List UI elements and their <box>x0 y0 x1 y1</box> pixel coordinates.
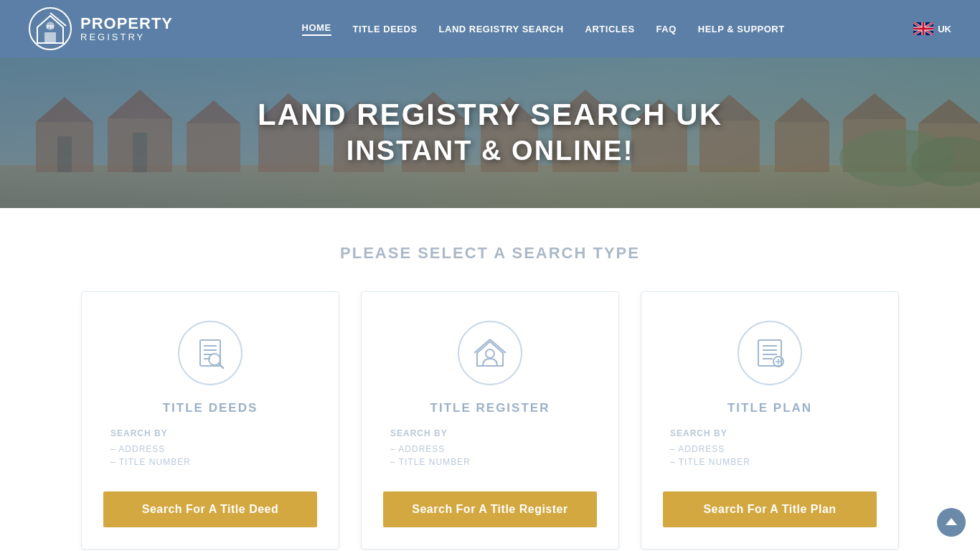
nav-help[interactable]: HELP & SUPPORT <box>698 24 785 34</box>
main-nav: HOME TITLE DEEDS LAND REGISTRY SEARCH AR… <box>302 22 785 36</box>
svg-marker-54 <box>477 342 503 366</box>
search-by-label-1: SEARCH BY <box>110 428 317 438</box>
search-by-label-2: SEARCH BY <box>390 428 597 438</box>
title-plan-icon-circle <box>738 321 802 385</box>
svg-point-57 <box>486 349 494 358</box>
logo[interactable]: PR PROPERTY REGISTRY <box>29 7 173 50</box>
card-title-plan-details: SEARCH BY – ADDRESS – TITLE NUMBER <box>663 428 877 470</box>
logo-main: PROPERTY <box>80 15 173 32</box>
search-item-title-2: – TITLE NUMBER <box>390 457 597 467</box>
document-icon <box>193 336 227 370</box>
search-item-address-2: – ADDRESS <box>390 444 597 454</box>
search-item-title-1: – TITLE NUMBER <box>110 457 317 467</box>
scroll-to-top-button[interactable] <box>937 508 966 537</box>
hero-text-block: LAND REGISTRY SEARCH UK INSTANT & ONLINE… <box>258 97 722 169</box>
card-title-register-label: TITLE REGISTER <box>430 401 550 415</box>
card-title-plan-label: TITLE PLAN <box>727 401 812 415</box>
card-title-plan: TITLE PLAN SEARCH BY – ADDRESS – TITLE N… <box>641 291 899 550</box>
logo-icon: PR <box>29 7 72 50</box>
svg-marker-66 <box>946 518 957 525</box>
title-deeds-icon-circle <box>178 321 242 385</box>
nav-articles[interactable]: ARTICLES <box>585 24 635 34</box>
card-title-deeds: TITLE DEEDS SEARCH BY – ADDRESS – TITLE … <box>81 291 339 550</box>
chevron-up-icon <box>944 515 958 529</box>
card-title-deeds-details: SEARCH BY – ADDRESS – TITLE NUMBER <box>103 428 317 470</box>
nav-title-deeds[interactable]: TITLE DEEDS <box>353 24 418 34</box>
language-selector[interactable]: UK <box>913 22 951 35</box>
hero-line1: LAND REGISTRY SEARCH UK <box>258 97 722 133</box>
lang-label: UK <box>938 24 951 34</box>
search-by-label-3: SEARCH BY <box>670 428 877 438</box>
main-content: PLEASE SELECT A SEARCH TYPE TITLE DEEDS … <box>0 208 980 551</box>
nav-faq[interactable]: FAQ <box>656 24 677 34</box>
search-item-address-3: – ADDRESS <box>670 444 877 454</box>
nav-home[interactable]: HOME <box>302 22 331 36</box>
main-header: PR PROPERTY REGISTRY HOME TITLE DEEDS LA… <box>0 0 980 57</box>
logo-text: PROPERTY REGISTRY <box>80 15 173 42</box>
nav-land-registry[interactable]: LAND REGISTRY SEARCH <box>439 24 564 34</box>
plan-list-icon <box>753 336 787 370</box>
title-register-icon-circle <box>458 321 522 385</box>
svg-rect-47 <box>200 340 220 366</box>
cards-container: TITLE DEEDS SEARCH BY – ADDRESS – TITLE … <box>60 291 920 550</box>
section-title: PLEASE SELECT A SEARCH TYPE <box>14 244 966 263</box>
hero-line2: INSTANT & ONLINE! <box>258 133 722 169</box>
house-person-icon <box>473 336 507 370</box>
logo-sub: REGISTRY <box>80 32 173 42</box>
svg-rect-3 <box>44 32 56 43</box>
card-title-deeds-label: TITLE DEEDS <box>163 401 258 415</box>
card-title-register: TITLE REGISTER SEARCH BY – ADDRESS – TIT… <box>361 291 619 550</box>
hero-banner: LAND REGISTRY SEARCH UK INSTANT & ONLINE… <box>0 57 980 208</box>
card-title-register-details: SEARCH BY – ADDRESS – TITLE NUMBER <box>383 428 597 470</box>
search-item-address-1: – ADDRESS <box>110 444 317 454</box>
search-item-title-3: – TITLE NUMBER <box>670 457 877 467</box>
search-title-deed-button[interactable]: Search For A Title Deed <box>103 491 317 527</box>
search-title-register-button[interactable]: Search For A Title Register <box>383 491 597 527</box>
search-title-plan-button[interactable]: Search For A Title Plan <box>663 491 877 527</box>
uk-flag-icon <box>913 22 933 35</box>
svg-text:PR: PR <box>46 24 54 30</box>
